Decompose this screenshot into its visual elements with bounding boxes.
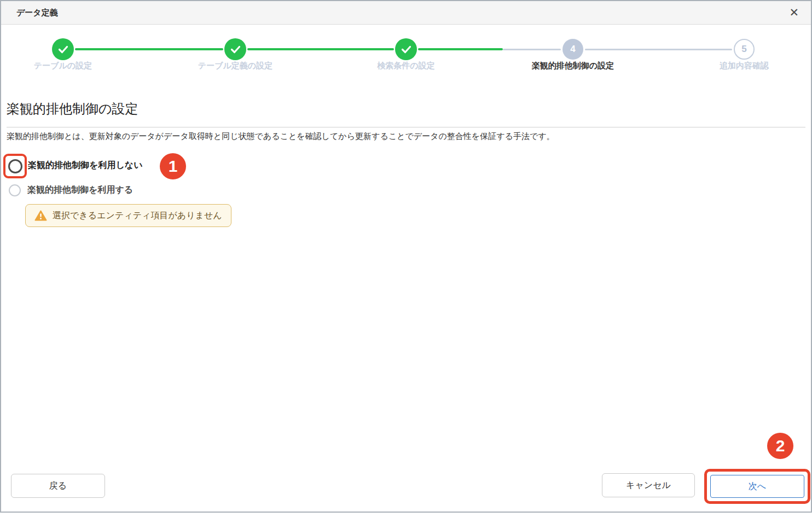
page-title: 楽観的排他制御の設定	[7, 100, 138, 118]
step-4-circle: 4	[562, 39, 583, 60]
back-button[interactable]: 戻る	[11, 474, 105, 498]
step-5-label: 追加内容確認	[657, 61, 812, 71]
warning-box: 選択できるエンティティ項目がありません	[25, 204, 231, 227]
radio-not-use-optimistic-lock[interactable]	[8, 159, 22, 173]
dialog-title: データ定義	[16, 1, 58, 24]
connector-line-3-4-rest	[503, 49, 561, 50]
step-3-label: 検索条件の設定	[318, 61, 494, 71]
close-icon[interactable]: ✕	[789, 1, 799, 24]
radio-use-label[interactable]: 楽観的排他制御を利用する	[27, 183, 133, 196]
warning-icon	[34, 210, 47, 221]
radio-use-optimistic-lock[interactable]	[9, 184, 21, 196]
step-4-label: 楽観的排他制御の設定	[485, 61, 660, 71]
radio-not-use-label[interactable]: 楽観的排他制御を利用しない	[28, 158, 143, 173]
cancel-button[interactable]: キャンセル	[602, 473, 695, 497]
step-4-number: 4	[570, 44, 575, 55]
description-text: 楽観的排他制御とは、更新対象のデータがデータ取得時と同じ状態であることを確認して…	[7, 131, 555, 142]
step-5-number: 5	[741, 44, 746, 55]
wizard-stepper: 4 5 テーブルの設定 テーブル定義の設定 検索条件の設定 楽観的排他制御の設定…	[1, 24, 811, 79]
step-2-check-icon	[224, 38, 246, 60]
warning-message: 選択できるエンティティ項目がありません	[53, 210, 222, 222]
heading-divider	[7, 127, 805, 127]
step-1-label: テーブルの設定	[0, 61, 150, 71]
connector-line-1-2	[75, 48, 223, 50]
connector-line-4-5	[585, 49, 732, 50]
step-2-label: テーブル定義の設定	[148, 61, 323, 71]
annotation-box-1	[3, 154, 27, 178]
annotation-box-2: 次へ	[704, 469, 810, 504]
annotation-badge-2: 2	[767, 433, 793, 459]
step-1-check-icon	[52, 38, 74, 60]
connector-line-3-4-done	[418, 48, 503, 50]
annotation-badge-1: 1	[160, 153, 186, 179]
next-button[interactable]: 次へ	[710, 475, 804, 498]
dialog-titlebar: データ定義 ✕	[1, 1, 811, 25]
step-3-check-icon	[395, 38, 417, 60]
data-definition-dialog: データ定義 ✕ 4 5 テーブルの設定 テーブル定義の設定 検索条件の設定 楽観…	[0, 0, 812, 513]
connector-line-2-3	[247, 48, 394, 50]
step-5-circle: 5	[734, 39, 755, 60]
